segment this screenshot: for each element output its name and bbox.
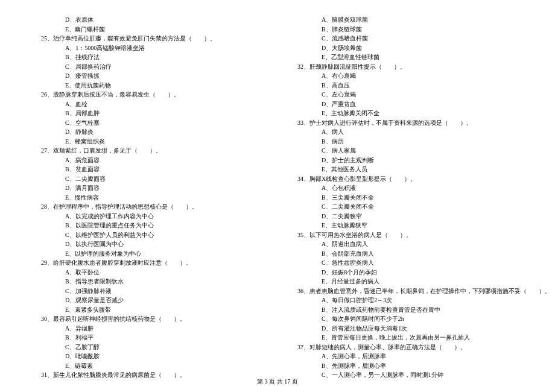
question-stem: 34、胸部X线检查心影呈梨形提示（ ）。 [287,174,525,184]
option-text: D、静脉炎 [30,127,268,137]
question-stem: 28、在护理程序中，指导护理活动的思想核心是（ ）。 [30,202,268,212]
option-text: B、三尖瓣关闭不全 [287,193,525,203]
option-text: B、局部血肿 [30,109,268,118]
question-stem: 35、以下可用热水坐浴的病人是（ ）。 [287,230,525,240]
question-stem: 33、护士对病人进行评估时，不属于资料来源的选项是（ ）。 [287,118,525,128]
option-text: C、急性盆腔炎病人 [287,258,525,268]
option-text: A、阴道出血病人 [287,239,525,249]
option-text: C、局部换药治疗 [30,62,268,72]
option-text: B、会阴部充血病人 [287,249,525,259]
option-text: D、严重贫血 [287,100,525,109]
option-text: C、左心衰竭 [287,90,525,100]
option-text: B、注入流质或药物前要检查胃管是否在胃中 [287,305,525,315]
option-text: D、衣原体 [30,15,268,25]
question-stem: 30、最容易引起听神经损害的抗结核药物是（ ）。 [30,314,268,324]
option-text: E、幽门螺杆菌 [30,25,268,34]
option-text: A、取平卧位 [30,268,268,277]
question-stem: 32、肝颈静脉回流征阳性提示（ ）。 [287,62,525,72]
option-text: C、加强静脉补液 [30,286,268,296]
option-text: A、病危面容 [30,156,268,165]
option-text: D、吡嗪酰胺 [30,352,268,361]
option-text: D、瘘管搔抓 [30,71,268,81]
option-text: C、病人家属 [287,146,525,156]
option-text: B、先测脉率，后测心率 [287,361,525,371]
option-text: E、使用抗菌药物 [30,81,268,90]
option-text: B、贫血面容 [30,165,268,174]
option-text: C、以维护医护人员的利益为中心 [30,230,268,240]
option-text: D、护士的主观判断 [287,156,525,165]
option-text: B、以医院管理的重点任务为中心 [30,221,268,230]
option-text: B、利福平 [30,333,268,343]
total-pages: 17 [284,378,290,385]
option-text: E、链霉素 [30,361,268,371]
option-text: D、所有灌注物品应每天消毒1次 [287,324,525,334]
option-text: B、指导患者限制饮水 [30,277,268,286]
question-stem: 25、治疗单纯高位肛瘘，能有效避免肛门失禁的方法是（ ）。 [30,34,268,43]
option-text: C、空气栓塞 [30,118,268,128]
option-text: E、胃管应每日更换，晚上拔出，次晨再由另一鼻孔插入 [287,333,525,343]
option-text: A、病人 [287,127,525,137]
question-stem: 36、患者患脑血管意外，昏迷已半年，长期鼻饲，在护理操作中，下列哪项措施不妥（ … [287,286,525,296]
option-text: D、二尖瓣狭窄 [287,212,525,221]
option-text: C、二尖瓣关闭不全 [287,202,525,212]
question-stem: 29、给肝硬化腹水患者腹腔穿刺放液时应注意（ ）。 [30,258,268,268]
option-text: A、以完成的护理工作内容为中心 [30,212,268,221]
option-text: A、每日做口腔护理2～3次 [287,296,525,305]
option-text: D、满月面容 [30,183,268,193]
option-text: E、慢性病容 [30,193,268,203]
option-text: E、以护理的服务对象为中心 [30,249,268,259]
option-text: C、每次鼻饲间隔时间不少于2h [287,314,525,324]
option-text: B、高血压 [287,81,525,90]
page-footer: 第 3 页 共 17 页 [0,378,555,386]
option-text: E、主动脉瓣狭窄 [287,221,525,230]
left-column: D、衣原体 E、幽门螺杆菌 25、治疗单纯高位肛瘘，能有效避免肛门失禁的方法是（… [30,15,268,380]
option-text: D、妊娠8个月的孕妇 [287,268,525,277]
question-stem: 27、双颊紫红，口唇发绀，多见于（ ）。 [30,146,268,156]
footer-mid: 页 共 [268,378,285,385]
exam-content: D、衣原体 E、幽门螺杆菌 25、治疗单纯高位肛瘘，能有效避免肛门失禁的方法是（… [30,15,525,380]
option-text: B、肺炎链球菌 [287,25,525,34]
option-text: A、心包积液 [287,183,525,193]
question-stem: 37、对脉短绌的病人，测量心率、脉率的正确方法是（ ）。 [287,343,525,352]
option-text: E、束紧多头腹带 [30,305,268,315]
option-text: E、主动脉瓣关闭不全 [287,109,525,118]
footer-suffix: 页 [290,378,298,385]
option-text: A、脑膜炎双球菌 [287,15,525,25]
option-text: B、病历 [287,137,525,147]
question-stem: 26、股静脉穿刺后按压不当，最容易发生（ ）。 [30,90,268,100]
option-text: A、右心衰竭 [287,71,525,81]
option-text: C、二尖瓣面容 [30,174,268,184]
option-text: A、异烟肼 [30,324,268,334]
option-text: A、1：5000高锰酸钾溶液坐浴 [30,43,268,53]
option-text: C、流感嗜血杆菌 [287,34,525,43]
option-text: B、挂线疗法 [30,52,268,62]
option-text: E、蜂窝组织炎 [30,137,268,147]
option-text: D、以执行医嘱为中心 [30,239,268,249]
option-text: E、乙型溶血性链球菌 [287,52,525,62]
right-column: A、脑膜炎双球菌 B、肺炎链球菌 C、流感嗜血杆菌 D、大肠埃希菌 E、乙型溶血… [287,15,525,380]
option-text: D、大肠埃希菌 [287,43,525,53]
option-text: A、先测心率，后测脉率 [287,352,525,361]
option-text: E、月经量过多的病人 [287,277,525,286]
option-text: D、观察尿量是否减少 [30,296,268,305]
option-text: A、血栓 [30,100,268,109]
footer-prefix: 第 [257,378,265,385]
option-text: E、其他医务人员 [287,165,525,174]
option-text: C、乙胺丁醇 [30,343,268,352]
